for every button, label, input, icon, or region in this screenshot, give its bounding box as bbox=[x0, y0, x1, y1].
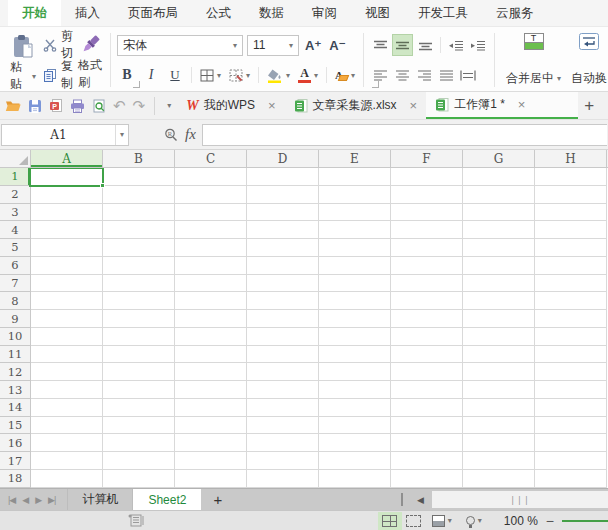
cell-D16[interactable] bbox=[247, 434, 319, 452]
clipboard-dialog-launcher-icon[interactable] bbox=[133, 81, 140, 88]
menu-tab-view[interactable]: 视图 bbox=[351, 0, 404, 26]
cell-B10[interactable] bbox=[103, 328, 175, 346]
cell-G10[interactable] bbox=[463, 328, 535, 346]
cell-E7[interactable] bbox=[319, 275, 391, 293]
cell-E1[interactable] bbox=[319, 168, 391, 186]
select-all-corner[interactable] bbox=[0, 150, 31, 167]
row-header-4[interactable]: 4 bbox=[0, 221, 31, 239]
open-file-icon[interactable] bbox=[5, 99, 21, 112]
cell-C5[interactable] bbox=[175, 239, 247, 257]
menu-tab-cloud[interactable]: 云服务 bbox=[482, 0, 548, 26]
menu-tab-page-layout[interactable]: 页面布局 bbox=[114, 0, 192, 26]
cell-F3[interactable] bbox=[391, 204, 463, 222]
fill-color-button[interactable]: ▾ bbox=[265, 64, 292, 86]
cell-B14[interactable] bbox=[103, 399, 175, 417]
cell-A2[interactable] bbox=[31, 186, 103, 204]
cell-A9[interactable] bbox=[31, 310, 103, 328]
cell-E8[interactable] bbox=[319, 292, 391, 310]
cell-A10[interactable] bbox=[31, 328, 103, 346]
align-bottom-button[interactable] bbox=[415, 34, 435, 56]
cell-B9[interactable] bbox=[103, 310, 175, 328]
cell-D3[interactable] bbox=[247, 204, 319, 222]
cell-E11[interactable] bbox=[319, 346, 391, 364]
cell-G15[interactable] bbox=[463, 417, 535, 435]
cell-D15[interactable] bbox=[247, 417, 319, 435]
cell-B17[interactable] bbox=[103, 452, 175, 470]
cell-H6[interactable] bbox=[535, 257, 607, 275]
cell-E6[interactable] bbox=[319, 257, 391, 275]
cell-A5[interactable] bbox=[31, 239, 103, 257]
cell-C4[interactable] bbox=[175, 221, 247, 239]
cell-G9[interactable] bbox=[463, 310, 535, 328]
cell-D1[interactable] bbox=[247, 168, 319, 186]
cell-H18[interactable] bbox=[535, 470, 607, 488]
align-center-button[interactable] bbox=[392, 64, 412, 86]
wrap-text-button[interactable]: 自动换 bbox=[566, 32, 608, 88]
cell-H4[interactable] bbox=[535, 221, 607, 239]
cell-C16[interactable] bbox=[175, 434, 247, 452]
cell-H17[interactable] bbox=[535, 452, 607, 470]
cell-B4[interactable] bbox=[103, 221, 175, 239]
cell-F16[interactable] bbox=[391, 434, 463, 452]
row-header-16[interactable]: 16 bbox=[0, 434, 31, 452]
cell-A3[interactable] bbox=[31, 204, 103, 222]
reading-mode-button[interactable]: ▾ bbox=[458, 512, 490, 530]
cell-G13[interactable] bbox=[463, 381, 535, 399]
cell-E2[interactable] bbox=[319, 186, 391, 204]
cell-G2[interactable] bbox=[463, 186, 535, 204]
cell-C3[interactable] bbox=[175, 204, 247, 222]
cell-D9[interactable] bbox=[247, 310, 319, 328]
scroll-left-icon[interactable]: ◀ bbox=[409, 489, 432, 510]
cell-A8[interactable] bbox=[31, 292, 103, 310]
increase-indent-button[interactable] bbox=[468, 34, 488, 56]
menu-tab-review[interactable]: 审阅 bbox=[298, 0, 351, 26]
normal-view-button[interactable] bbox=[378, 512, 402, 530]
page-break-view-button[interactable] bbox=[402, 512, 426, 530]
cell-D5[interactable] bbox=[247, 239, 319, 257]
row-header-17[interactable]: 17 bbox=[0, 452, 31, 470]
cell-B2[interactable] bbox=[103, 186, 175, 204]
paste-button[interactable]: 粘贴▾ bbox=[6, 32, 40, 88]
add-sheet-button[interactable]: + bbox=[201, 489, 234, 510]
cell-D12[interactable] bbox=[247, 363, 319, 381]
cell-D4[interactable] bbox=[247, 221, 319, 239]
cell-G1[interactable] bbox=[463, 168, 535, 186]
cell-A13[interactable] bbox=[31, 381, 103, 399]
cell-E15[interactable] bbox=[319, 417, 391, 435]
column-header-G[interactable]: G bbox=[463, 150, 535, 167]
prev-sheet-icon[interactable]: ◀ bbox=[22, 495, 28, 505]
cell-F8[interactable] bbox=[391, 292, 463, 310]
save-icon[interactable] bbox=[28, 99, 42, 113]
pane-splitter[interactable] bbox=[401, 493, 403, 506]
name-box[interactable]: A1 ▾ bbox=[1, 124, 129, 146]
cell-C6[interactable] bbox=[175, 257, 247, 275]
cell-E18[interactable] bbox=[319, 470, 391, 488]
cell-D13[interactable] bbox=[247, 381, 319, 399]
last-sheet-icon[interactable]: ▶| bbox=[48, 495, 55, 505]
chevron-down-icon[interactable]: ▾ bbox=[115, 125, 128, 145]
cell-B8[interactable] bbox=[103, 292, 175, 310]
cell-D14[interactable] bbox=[247, 399, 319, 417]
cell-E10[interactable] bbox=[319, 328, 391, 346]
cell-C9[interactable] bbox=[175, 310, 247, 328]
column-header-A[interactable]: A bbox=[31, 150, 103, 167]
cell-H10[interactable] bbox=[535, 328, 607, 346]
cell-C8[interactable] bbox=[175, 292, 247, 310]
cell-G18[interactable] bbox=[463, 470, 535, 488]
cell-G8[interactable] bbox=[463, 292, 535, 310]
row-header-2[interactable]: 2 bbox=[0, 186, 31, 204]
doc-tab-source-xlsx[interactable]: 文章采集源.xlsx × bbox=[285, 92, 427, 119]
menu-tab-formulas[interactable]: 公式 bbox=[192, 0, 245, 26]
menu-tab-home[interactable]: 开始 bbox=[8, 0, 61, 26]
cell-F6[interactable] bbox=[391, 257, 463, 275]
row-header-15[interactable]: 15 bbox=[0, 417, 31, 435]
cell-C1[interactable] bbox=[175, 168, 247, 186]
cell-F13[interactable] bbox=[391, 381, 463, 399]
cell-H15[interactable] bbox=[535, 417, 607, 435]
menu-tab-data[interactable]: 数据 bbox=[245, 0, 298, 26]
row-header-7[interactable]: 7 bbox=[0, 275, 31, 293]
cell-D17[interactable] bbox=[247, 452, 319, 470]
cell-H16[interactable] bbox=[535, 434, 607, 452]
cell-D6[interactable] bbox=[247, 257, 319, 275]
cell-H11[interactable] bbox=[535, 346, 607, 364]
